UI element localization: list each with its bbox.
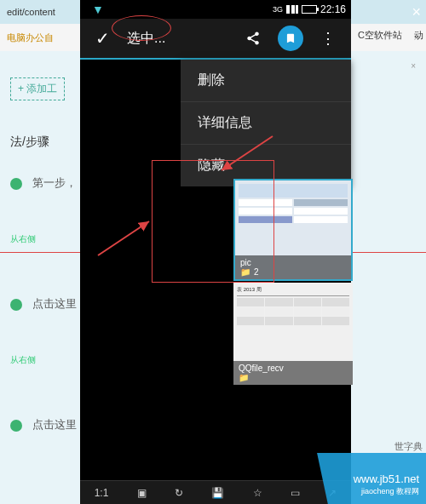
battery-icon [302,5,317,14]
context-menu: 删除 详细信息 隐藏 [181,60,351,186]
folder-icon: 📁 [239,373,249,382]
thumbnail-qqfile[interactable]: 表 2013 周 QQfile_recv 📁 [233,283,353,385]
rotate-button[interactable]: ↻ [170,487,188,499]
prompt-2-text: 点击这里 [32,418,77,431]
menu-details[interactable]: 详细信息 [181,102,351,145]
step-dot-icon [10,178,22,190]
url-text: edit/content [7,7,55,17]
share-button[interactable] [237,19,269,58]
selection-title: 选中... [118,19,174,58]
net-label: 3G [273,5,283,14]
watermark-site: www.jb51.net [354,472,419,487]
star-button[interactable]: ☆ [248,487,268,499]
clock-text: 22:16 [320,3,346,15]
bg-tab-3[interactable]: 动 [414,29,423,42]
bg-word: 世字典 [394,440,423,453]
thumbnail-grid: pic 📁2 表 2013 周 QQfile_recv 📁 [233,179,353,387]
menu-delete[interactable]: 删除 [181,60,351,102]
thumb-preview [235,180,351,226]
zoom-button[interactable]: 1:1 [89,487,114,499]
overflow-button[interactable]: ⋮ [312,19,344,58]
thumb-count: 2 [254,267,259,277]
folder-icon: 📁 [240,267,250,277]
bg-tab-1[interactable]: 电脑办公自 [7,32,54,44]
phone-overlay: ▼ 3G 22:16 ✓ 选中... ⋮ 删除 详细信息 隐藏 [80,0,351,504]
save-button[interactable]: 💾 [206,487,229,499]
step-dot-icon [10,420,22,432]
step-1-text: 第一步， [32,176,77,189]
shield-icon: ▼ [92,3,104,16]
watermark: www.jb51.net jiaocheng 教程网 [290,453,426,504]
thumb-name: pic [240,258,251,267]
bookmark-button[interactable] [269,19,312,58]
thumbnail-pic[interactable]: pic 📁2 [233,179,353,281]
watermark-text: www.jb51.net jiaocheng 教程网 [354,472,419,497]
bg-tab-2[interactable]: C空软件站 [358,29,402,42]
step-dot-icon [10,299,22,311]
thumb-label: pic 📁2 [235,255,351,279]
thumb-preview: 表 2013 周 [233,283,353,329]
thumb-name: QQfile_recv [239,364,284,373]
selection-title-text: 选中... [127,30,165,48]
watermark-sub: jiaocheng 教程网 [354,487,419,497]
bookmark-circle [278,26,303,51]
prompt-1-text: 点击这里 [32,297,77,310]
action-bar: ✓ 选中... ⋮ [80,19,351,60]
thumb-label: QQfile_recv 📁 [233,361,353,385]
bookmark-icon [285,32,296,44]
status-bar: ▼ 3G 22:16 [80,0,351,19]
fit-button[interactable]: ▣ [132,487,152,499]
signal-icon [286,5,298,14]
add-tool-button[interactable]: + 添加工 [10,77,65,100]
done-button[interactable]: ✓ [87,19,118,58]
share-icon [245,31,261,46]
close-overlay-button[interactable]: × [412,3,421,21]
